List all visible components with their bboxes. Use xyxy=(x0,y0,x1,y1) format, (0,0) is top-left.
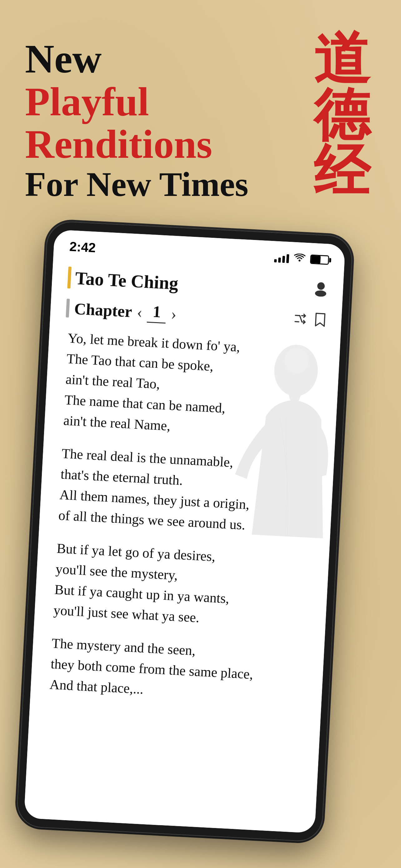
top-right-icons xyxy=(293,311,326,331)
svg-point-2 xyxy=(315,290,326,297)
book-title: Tao Te Ching xyxy=(75,267,179,293)
signal-bars-icon xyxy=(274,252,290,263)
device-screen: 2:42 xyxy=(24,229,345,833)
paragraph-4: The mystery and the seen, they both come… xyxy=(49,633,305,708)
chinese-char-2: 德 xyxy=(313,88,370,144)
chapter-label: Chapter xyxy=(74,299,132,320)
headline-for-new-times: For New Times xyxy=(25,165,313,204)
paragraph-3: But if ya let go of ya desires, you'll s… xyxy=(53,538,311,634)
app-content: Tao Te Ching xyxy=(24,256,344,833)
chapter-accent-bar xyxy=(66,299,70,317)
signal-bar-2 xyxy=(278,257,281,262)
headline-playful: Playful xyxy=(25,80,313,123)
device-wrapper: 2:42 xyxy=(16,220,353,842)
shuffle-icon[interactable] xyxy=(293,311,308,329)
title-accent-bar xyxy=(67,267,71,288)
chinese-char-3: 经 xyxy=(313,144,370,200)
book-text: Yo, let me break it down fo' ya, The Tao… xyxy=(42,324,328,724)
device-frame: 2:42 xyxy=(16,220,353,842)
bookmark-icon[interactable] xyxy=(314,312,326,331)
book-title-row: Tao Te Ching xyxy=(67,267,179,294)
paragraph-1: Yo, let me break it down fo' ya, The Tao… xyxy=(63,328,321,444)
chapter-label-group: Chapter ‹ 1 › xyxy=(66,298,177,324)
signal-bar-4 xyxy=(287,254,289,263)
paragraph-2: The real deal is the unnamable, that's t… xyxy=(58,443,316,539)
chinese-characters: 道 德 经 xyxy=(313,25,376,200)
chinese-char-1: 道 xyxy=(313,31,370,88)
status-time: 2:42 xyxy=(69,239,96,255)
next-chapter-button[interactable]: › xyxy=(170,304,177,323)
battery-icon xyxy=(310,254,329,265)
headline-new: New xyxy=(25,37,313,80)
nav-icons-right xyxy=(314,281,328,300)
hero-section: New Playful Renditions For New Times 道 德… xyxy=(0,0,401,222)
svg-point-1 xyxy=(317,282,325,290)
status-icons xyxy=(274,251,329,267)
device-section: 2:42 xyxy=(0,228,401,835)
book-text-content: Yo, let me break it down fo' ya, The Tao… xyxy=(49,328,321,708)
wifi-icon xyxy=(294,251,305,265)
headline: New Playful Renditions For New Times xyxy=(25,25,313,204)
signal-bar-3 xyxy=(282,256,285,262)
signal-bar-1 xyxy=(274,259,277,262)
chapter-number: 1 xyxy=(147,302,166,323)
person-icon[interactable] xyxy=(314,281,328,300)
headline-renditions: Renditions xyxy=(25,123,313,165)
prev-chapter-button[interactable]: ‹ xyxy=(136,303,143,321)
svg-point-0 xyxy=(299,259,300,261)
